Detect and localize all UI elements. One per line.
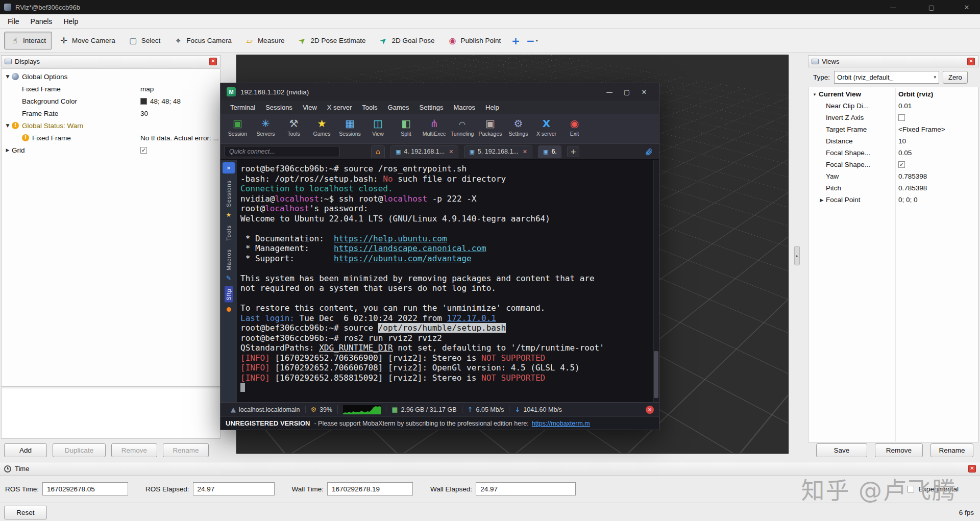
moba-menu-tools[interactable]: Tools — [357, 103, 382, 112]
moba-tool-view[interactable]: ◫View — [364, 116, 392, 137]
display-row[interactable]: ▶Grid✓ — [2, 144, 220, 156]
tool-move-camera[interactable]: ✛Move Camera — [53, 32, 121, 49]
upload-status[interactable]: ↑ 6.05 Mb/s — [462, 406, 509, 413]
moba-tool-games[interactable]: ★Games — [308, 116, 336, 137]
moba-menu-help[interactable]: Help — [481, 103, 504, 112]
view-type-dropdown[interactable]: Orbit (rviz_default_ ▾ — [834, 71, 939, 84]
reset-button[interactable]: Reset — [4, 506, 47, 519]
moba-tool-tools[interactable]: ⚒Tools — [280, 116, 308, 137]
display-row[interactable]: Frame Rate30 — [2, 107, 220, 119]
view-property-row[interactable]: Focal Shape...✓ — [808, 159, 978, 170]
moba-maximize-button[interactable]: ▢ — [618, 83, 635, 101]
ros-time-field[interactable]: 1670292678.05 — [42, 482, 128, 495]
views-rename-button[interactable]: Rename — [930, 443, 973, 457]
expand-arrow-icon[interactable]: ▾ — [811, 92, 819, 97]
property-value[interactable]: No tf data. Actual error: ... — [140, 132, 219, 144]
views-close-button[interactable]: ✕ — [967, 58, 975, 65]
tool-measure[interactable]: ▱Measure — [239, 32, 291, 49]
tool-select[interactable]: ▢Select — [122, 32, 167, 49]
tab-home[interactable]: ⌂ — [371, 145, 385, 158]
paperclip-icon[interactable] — [645, 148, 653, 156]
moba-menu-macros[interactable]: Macros — [449, 103, 480, 112]
property-value[interactable]: ✓ — [898, 159, 905, 170]
displays-add-button[interactable]: Add — [4, 443, 47, 457]
tab-5-192-168-1[interactable]: ▣5. 192.168.1...✕ — [464, 145, 532, 158]
tab-4-192-168-1[interactable]: ▣4. 192.168.1...✕ — [390, 145, 459, 158]
displays-close-button[interactable]: ✕ — [209, 58, 217, 65]
displays-header[interactable]: Displays ✕ — [1, 55, 220, 67]
tab-close-icon[interactable]: ✕ — [449, 148, 453, 155]
moba-menu-settings[interactable]: Settings — [415, 103, 448, 112]
property-value[interactable]: 0.785398 — [898, 170, 927, 182]
moba-tool-exit[interactable]: ◉Exit — [560, 116, 589, 137]
sidebar-tab-sftp[interactable]: Sftp — [225, 286, 233, 303]
tool-2d-pose-estimate[interactable]: ➤2D Pose Estimate — [291, 32, 372, 49]
moba-tool-x-server[interactable]: XX server — [532, 116, 560, 137]
sidebar-expand-button[interactable]: » — [223, 162, 235, 173]
menu-panels[interactable]: Panels — [25, 15, 58, 28]
moba-tool-session[interactable]: ▣Session — [224, 116, 252, 137]
moba-menu-terminal[interactable]: Terminal — [226, 103, 260, 112]
minimize-button[interactable]: — — [883, 0, 903, 14]
expand-arrow-icon[interactable]: ▶ — [4, 147, 12, 153]
view-property-row[interactable]: Pitch0.785398 — [808, 182, 978, 194]
moba-tool-servers[interactable]: ✳Servers — [252, 116, 280, 137]
property-value[interactable]: 48; 48; 48 — [140, 95, 181, 107]
status-close-button[interactable]: ✕ — [646, 406, 654, 414]
quick-connect-input[interactable] — [225, 146, 339, 157]
moba-titlebar[interactable]: M 192.168.1.102 (nvidia) — ▢ ✕ — [220, 83, 659, 101]
moba-menu-view[interactable]: View — [298, 103, 322, 112]
moba-tool-sessions[interactable]: ▦Sessions — [336, 116, 364, 137]
display-row[interactable]: ▼Global Options — [2, 70, 220, 83]
sidebar-tab-macros[interactable]: Macros — [225, 247, 233, 272]
checkbox[interactable]: ✓ — [140, 147, 147, 154]
property-value[interactable]: map — [140, 83, 154, 95]
checkbox[interactable]: ✓ — [898, 161, 905, 168]
remove-tool-button[interactable]: −▾ — [524, 33, 540, 48]
views-remove-button[interactable]: Remove — [875, 443, 923, 457]
tab-6[interactable]: ▣6. — [538, 145, 561, 158]
wall-elapsed-field[interactable]: 24.97 — [476, 482, 576, 495]
moba-tool-tunneling[interactable]: ⌒Tunneling — [448, 116, 476, 137]
moba-menu-sessions[interactable]: Sessions — [261, 103, 297, 112]
moba-tool-settings[interactable]: ⚙Settings — [504, 116, 532, 137]
menu-help[interactable]: Help — [58, 15, 84, 28]
view-property-row[interactable]: Target Frame<Fixed Frame> — [808, 123, 978, 135]
property-value[interactable]: 10 — [898, 135, 906, 147]
views-header[interactable]: Views ✕ — [808, 55, 978, 67]
tool-publish-point[interactable]: ◉Publish Point — [442, 32, 507, 49]
host-status[interactable]: ▲ localhost.localdomain — [226, 406, 305, 413]
view-property-row[interactable]: ▶Focal Point0; 0; 0 — [808, 194, 978, 206]
terminal-scrollbar[interactable] — [653, 160, 659, 402]
ros-elapsed-field[interactable]: 24.97 — [193, 482, 275, 495]
moba-minimize-button[interactable]: — — [601, 83, 618, 101]
menu-file[interactable]: File — [2, 15, 25, 28]
expand-arrow-icon[interactable]: ▼ — [4, 123, 12, 128]
moba-menu-games[interactable]: Games — [383, 103, 414, 112]
moba-tool-split[interactable]: ◧Split — [392, 116, 420, 137]
cpu-status[interactable]: ⚙ 39% — [305, 406, 338, 413]
moba-tool-multiexec[interactable]: ⋔MultiExec — [420, 116, 448, 137]
add-tool-button[interactable]: + — [508, 33, 523, 48]
moba-menu-x-server[interactable]: X server — [323, 103, 356, 112]
view-property-row[interactable]: Near Clip Di...0.01 — [808, 100, 978, 112]
property-value[interactable]: Orbit (rviz) — [898, 88, 933, 100]
download-status[interactable]: ↓ 1041.60 Mb/s — [509, 406, 567, 413]
new-tab-button[interactable]: + — [567, 146, 579, 157]
time-close-button[interactable]: ✕ — [968, 465, 976, 473]
memory-status[interactable]: ▦ 2.96 GB / 31.17 GB — [386, 406, 461, 413]
expand-arrow-icon[interactable]: ▶ — [818, 197, 826, 203]
display-row[interactable]: Background Color48; 48; 48 — [2, 95, 220, 107]
moba-subscribe-link[interactable]: https://mobaxterm.m — [532, 420, 590, 427]
display-row[interactable]: !Fixed FrameNo tf data. Actual error: ..… — [2, 132, 220, 144]
display-row[interactable]: ▼!Global Status: Warn — [2, 119, 220, 132]
tool-focus-camera[interactable]: ⌖Focus Camera — [167, 32, 238, 49]
property-value[interactable] — [898, 112, 905, 123]
property-value[interactable]: 0.05 — [898, 147, 912, 159]
display-row[interactable]: Fixed Framemap — [2, 83, 220, 95]
tool-2d-goal-pose[interactable]: ➤2D Goal Pose — [373, 32, 440, 49]
zero-button[interactable]: Zero — [943, 71, 968, 84]
experimental-checkbox[interactable] — [908, 486, 914, 492]
moba-tool-packages[interactable]: ▣Packages — [476, 116, 504, 137]
views-save-button[interactable]: Save — [816, 443, 867, 457]
